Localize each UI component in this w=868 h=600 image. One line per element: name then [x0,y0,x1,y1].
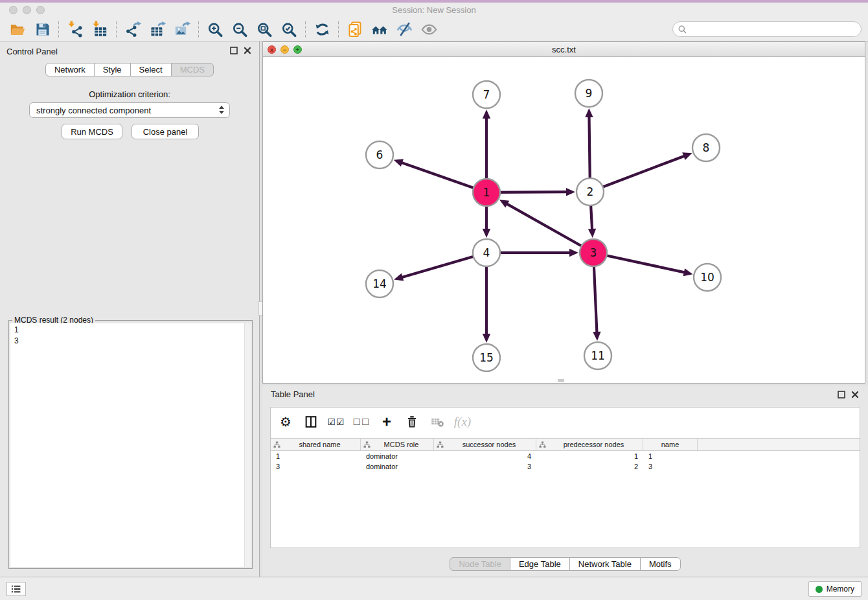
select-all-rows-icon[interactable]: ☑☑ [328,413,345,430]
toggle-columns-icon[interactable] [303,413,319,430]
table-row[interactable]: 3dominator323 [271,461,860,472]
float-panel-icon[interactable] [230,47,238,54]
tab-select[interactable]: Select [130,63,172,76]
table-cell[interactable]: 3 [643,461,698,472]
toolbar-separator [116,21,117,38]
edge-3-1[interactable] [499,200,593,253]
function-builder-icon: f(x) [454,413,471,430]
network-scrollbar-nub[interactable] [558,379,564,382]
zoom-fit-button[interactable] [252,19,277,40]
table-cell[interactable]: 3 [271,461,361,472]
tab-edge-table[interactable]: Edge Table [510,557,570,571]
import-table-button[interactable] [87,19,112,40]
task-history-button[interactable] [6,582,26,596]
hide-selected-button[interactable] [392,19,417,40]
graph-node-9[interactable]: 9 [575,80,602,107]
optimization-criterion-label: Optimization criterion: [0,89,259,99]
graph-node-6[interactable]: 6 [366,141,393,168]
float-table-panel-icon[interactable] [838,391,845,398]
run-mcds-button[interactable]: Run MCDS [62,124,122,139]
column-header-shared-name[interactable]: shared name [271,439,361,450]
criterion-dropdown-value: strongly connected component [36,106,151,115]
zoom-out-button[interactable] [227,19,252,40]
toolbar-separator [338,21,339,38]
graph-node-1[interactable]: 1 [473,179,500,206]
node-label: 14 [372,277,387,290]
edge-1-6[interactable] [394,159,486,192]
import-network-button[interactable] [63,19,87,40]
graph-node-3[interactable]: 3 [580,239,607,266]
delete-column-trash-icon[interactable] [404,413,420,430]
table-cell[interactable]: 1 [536,451,643,461]
table-cell[interactable]: 2 [536,461,643,472]
close-panel-icon[interactable] [244,47,251,54]
graph-node-14[interactable]: 14 [366,270,393,297]
table-row[interactable]: 1dominator411 [271,451,860,461]
edge-4-14[interactable] [394,253,486,281]
node-label: 8 [703,141,710,154]
delete-table-icon [429,413,446,430]
graph-node-10[interactable]: 10 [694,264,721,291]
close-panel-button[interactable]: Close panel [131,124,199,139]
table-cell[interactable]: 1 [643,451,698,461]
result-scrollbar[interactable] [244,323,251,567]
main-toolbar [0,18,868,41]
graph-node-2[interactable]: 2 [577,178,604,205]
column-header-predecessor-nodes[interactable]: predecessor nodes [536,439,643,450]
mcds-result-text[interactable]: 13 [10,323,251,567]
column-header-MCDS-role[interactable]: MCDS role [361,439,434,450]
table-body: 1dominator4113dominator323 [271,451,860,472]
toolbar-separator [58,21,59,38]
graph-node-8[interactable]: 8 [692,134,720,161]
table-cell[interactable]: dominator [361,461,434,472]
export-network-button[interactable] [120,19,145,40]
tab-network[interactable]: Network [45,63,95,76]
list-icon [11,584,21,594]
graph-node-4[interactable]: 4 [473,239,500,266]
network-graph[interactable]: 7968124314101511 [263,57,865,383]
tab-style[interactable]: Style [94,63,131,76]
node-label: 15 [479,351,494,364]
edge-3-10[interactable] [593,253,693,276]
criterion-dropdown[interactable]: strongly connected component [29,102,230,118]
network-canvas[interactable]: 7968124314101511 [263,57,865,383]
clear-selection-icon[interactable]: ☐☐ [353,413,370,430]
graph-node-11[interactable]: 11 [584,342,611,369]
clone-network-button[interactable] [343,19,367,40]
tab-node-table[interactable]: Node Table [450,557,510,571]
memory-button[interactable]: Memory [808,581,862,597]
apply-preferred-layout-button[interactable] [310,19,334,40]
function-builder-label: f(x) [454,415,471,429]
node-table: shared nameMCDS rolesuccessor nodesprede… [271,438,860,472]
close-table-panel-icon[interactable] [851,391,859,398]
add-column-icon[interactable]: + [378,413,395,430]
export-table-button[interactable] [145,19,170,40]
open-session-button[interactable] [5,19,30,40]
column-header-name[interactable]: name [643,439,698,450]
tab-motifs[interactable]: Motifs [640,557,681,571]
zoom-selected-button[interactable] [277,19,301,40]
table-cell[interactable]: 3 [434,461,536,472]
graph-node-15[interactable]: 15 [473,344,500,371]
table-cell[interactable]: dominator [361,451,434,461]
table-settings-gear-icon[interactable]: ⚙ [277,413,294,430]
attribute-tree-icon [363,441,371,448]
edge-2-8[interactable] [590,152,692,192]
save-session-button[interactable] [30,19,54,40]
show-all-button[interactable] [417,19,441,40]
zoom-in-button[interactable] [203,19,227,40]
network-window-titlebar[interactable]: x − + scc.txt [263,42,865,57]
mcds-result-group: MCDS result (2 nodes) 13 [8,320,253,569]
table-cell[interactable]: 1 [271,451,361,461]
first-neighbors-button[interactable] [367,19,392,40]
search-input[interactable] [687,23,861,36]
search-field[interactable] [672,21,862,37]
export-image-button[interactable] [170,19,194,40]
tab-mcds[interactable]: MCDS [171,63,214,76]
graph-node-7[interactable]: 7 [473,81,500,108]
tab-network-table[interactable]: Network Table [569,557,641,571]
attribute-tree-icon [539,441,546,448]
table-cell[interactable]: 4 [434,451,536,461]
column-header-successor-nodes[interactable]: successor nodes [434,439,536,450]
table-toolbar: ⚙ ☑☑ ☐☐ + f(x) [277,412,471,432]
